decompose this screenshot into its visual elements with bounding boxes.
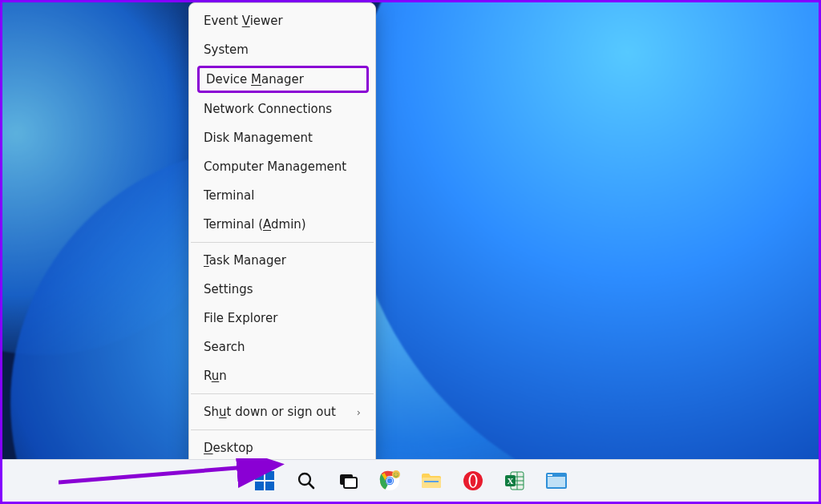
menu-item-label: Task Manager bbox=[204, 253, 286, 268]
chrome-app[interactable]: ☺ bbox=[376, 467, 403, 494]
chrome-icon: ☺ bbox=[379, 470, 400, 491]
menu-item-terminal-admin[interactable]: Terminal (Admin) bbox=[189, 210, 375, 239]
menu-item-file-explorer[interactable]: File Explorer bbox=[189, 304, 375, 333]
app-window-icon bbox=[545, 472, 568, 490]
windows-logo-icon bbox=[254, 470, 275, 491]
svg-text:X: X bbox=[508, 476, 514, 486]
svg-point-11 bbox=[387, 478, 392, 483]
menu-item-label: Shut down or sign out bbox=[204, 405, 336, 419]
desktop-wallpaper bbox=[2, 2, 819, 502]
svg-rect-7 bbox=[344, 478, 357, 488]
svg-rect-1 bbox=[265, 471, 274, 480]
menu-item-label: Terminal (Admin) bbox=[204, 217, 306, 232]
menu-item-label: System bbox=[204, 42, 249, 57]
menu-item-label: Computer Management bbox=[204, 159, 346, 174]
menu-item-settings[interactable]: Settings bbox=[189, 275, 375, 304]
svg-rect-2 bbox=[255, 482, 264, 490]
search-icon bbox=[297, 471, 316, 490]
start-button[interactable] bbox=[251, 467, 278, 494]
opera-icon bbox=[463, 470, 483, 491]
menu-item-event-viewer[interactable]: Event Viewer bbox=[189, 6, 375, 35]
task-view-button[interactable] bbox=[334, 467, 362, 494]
svg-rect-28 bbox=[548, 474, 552, 476]
svg-rect-0 bbox=[255, 471, 264, 480]
menu-separator bbox=[191, 429, 374, 430]
menu-item-system[interactable]: System bbox=[189, 35, 375, 64]
search-button[interactable] bbox=[293, 467, 320, 494]
menu-item-label: Network Connections bbox=[204, 102, 332, 116]
menu-item-label: Search bbox=[204, 340, 245, 354]
file-explorer-app[interactable] bbox=[418, 467, 445, 494]
menu-item-label: Desktop bbox=[204, 441, 253, 455]
svg-point-18 bbox=[471, 475, 476, 487]
pinned-app[interactable] bbox=[543, 467, 570, 494]
menu-item-label: Terminal bbox=[204, 188, 254, 203]
excel-icon: X bbox=[504, 470, 525, 491]
winx-context-menu: Event ViewerSystemDevice ManagerNetwork … bbox=[188, 2, 376, 468]
menu-item-search[interactable]: Search bbox=[189, 333, 375, 361]
menu-separator bbox=[191, 242, 374, 243]
svg-rect-27 bbox=[548, 477, 565, 487]
chevron-right-icon: › bbox=[357, 406, 361, 418]
svg-rect-3 bbox=[265, 482, 274, 490]
menu-separator bbox=[191, 393, 374, 394]
menu-item-terminal[interactable]: Terminal bbox=[189, 181, 375, 210]
menu-item-label: Settings bbox=[204, 282, 253, 296]
menu-item-label: Device Manager bbox=[206, 72, 304, 87]
menu-item-desktop[interactable]: Desktop bbox=[189, 433, 375, 462]
svg-rect-15 bbox=[424, 481, 439, 482]
menu-item-label: Event Viewer bbox=[204, 14, 283, 28]
menu-item-run[interactable]: Run bbox=[189, 361, 375, 390]
menu-item-label: File Explorer bbox=[204, 311, 277, 325]
svg-line-5 bbox=[309, 483, 313, 488]
menu-item-shut-down-or-sign-out[interactable]: Shut down or sign out› bbox=[189, 397, 375, 426]
task-view-icon bbox=[338, 471, 358, 490]
menu-item-computer-management[interactable]: Computer Management bbox=[189, 152, 375, 181]
taskbar: ☺ X bbox=[2, 459, 819, 502]
menu-item-device-manager[interactable]: Device Manager bbox=[197, 66, 369, 93]
opera-app[interactable] bbox=[459, 467, 487, 494]
menu-item-label: Run bbox=[204, 369, 227, 383]
svg-rect-14 bbox=[422, 478, 441, 488]
folder-icon bbox=[421, 471, 442, 490]
menu-item-disk-management[interactable]: Disk Management bbox=[189, 123, 375, 152]
excel-app[interactable]: X bbox=[501, 467, 528, 494]
svg-text:☺: ☺ bbox=[393, 472, 398, 478]
menu-item-task-manager[interactable]: Task Manager bbox=[189, 246, 375, 275]
menu-item-label: Disk Management bbox=[204, 131, 313, 145]
screenshot-viewport: { "colors":{"accent":"#8400ff","highligh… bbox=[0, 0, 821, 504]
menu-item-network-connections[interactable]: Network Connections bbox=[189, 95, 375, 123]
